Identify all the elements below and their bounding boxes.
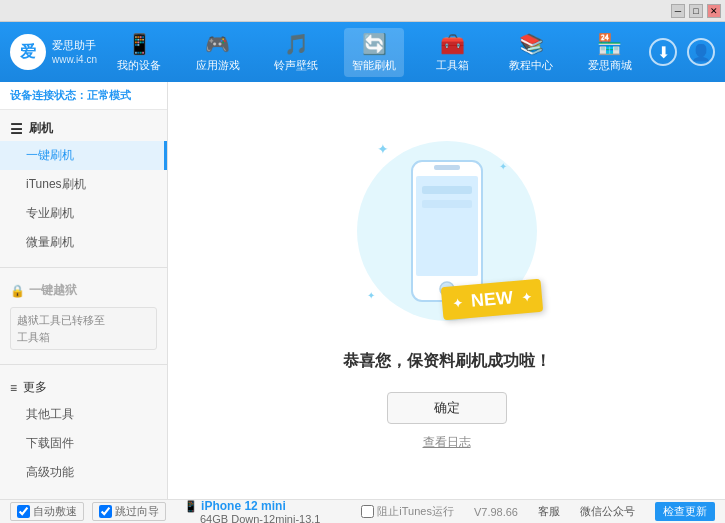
skip-wizard-checkbox[interactable]: 跳过向导: [92, 502, 166, 521]
apps-games-icon: 🎮: [205, 32, 230, 56]
sidebar-more-section: ≡ 更多 其他工具 下载固件 高级功能: [0, 369, 167, 493]
toolbox-icon: 🧰: [440, 32, 465, 56]
sidebar-divider-1: [0, 267, 167, 268]
check-update-button[interactable]: 检查更新: [655, 502, 715, 521]
content-area: ✦ ✦ ✦ NEW 恭喜您，保资料刷机成功啦！ 确定: [168, 82, 725, 499]
user-button[interactable]: 👤: [687, 38, 715, 66]
stop-itunes-checkbox[interactable]: [361, 505, 374, 518]
my-device-icon: 📱: [127, 32, 152, 56]
wechat-link[interactable]: 微信公众号: [580, 504, 635, 519]
sidebar-divider-2: [0, 364, 167, 365]
svg-rect-4: [422, 186, 472, 194]
more-icon: ≡: [10, 381, 17, 395]
nav-right-buttons: ⬇ 👤: [649, 38, 715, 66]
phone-illustration: ✦ ✦ ✦ NEW: [347, 131, 547, 331]
footer-device-info: 📱 iPhone 12 mini 64GB Down-12mini-13,1: [184, 499, 320, 524]
nav-store[interactable]: 🏪 爱思商城: [580, 28, 640, 77]
device-model: Down-12mini-13,1: [231, 513, 320, 524]
sparkle-2: ✦: [499, 161, 507, 172]
sidebar-flash-header: ☰ 刷机: [0, 116, 167, 141]
confirm-button[interactable]: 确定: [387, 392, 507, 424]
svg-rect-2: [434, 165, 460, 170]
skip-wizard-input[interactable]: [99, 505, 112, 518]
my-device-label: 我的设备: [117, 58, 161, 73]
nav-bar: 📱 我的设备 🎮 应用游戏 🎵 铃声壁纸 🔄 智能刷机 🧰 工具箱 📚 教程中心…: [100, 28, 649, 77]
nav-apps-games[interactable]: 🎮 应用游戏: [188, 28, 248, 77]
nav-ringtone[interactable]: 🎵 铃声壁纸: [266, 28, 326, 77]
title-bar: ─ □ ✕: [0, 0, 725, 22]
device-name: iPhone 12 mini: [201, 499, 286, 513]
sidebar-flash-section: ☰ 刷机 一键刷机 iTunes刷机 专业刷机 微量刷机: [0, 110, 167, 263]
view-log-link[interactable]: 查看日志: [423, 434, 471, 451]
sidebar-jailbreak-section: 🔒 一键越狱 越狱工具已转移至工具箱: [0, 272, 167, 360]
auto-flash-input[interactable]: [17, 505, 30, 518]
success-message: 恭喜您，保资料刷机成功啦！: [343, 351, 551, 372]
nav-my-device[interactable]: 📱 我的设备: [109, 28, 169, 77]
version-label: V7.98.66: [474, 506, 518, 518]
footer-right: 阻止iTunes运行 V7.98.66 客服 微信公众号 检查更新: [361, 502, 715, 521]
customer-service-link[interactable]: 客服: [538, 504, 560, 519]
jailbreak-notice: 越狱工具已转移至工具箱: [10, 307, 157, 350]
auto-flash-checkbox[interactable]: 自动敷速: [10, 502, 84, 521]
download-button[interactable]: ⬇: [649, 38, 677, 66]
sparkle-3: ✦: [367, 290, 375, 301]
smart-flash-icon: 🔄: [362, 32, 387, 56]
store-icon: 🏪: [597, 32, 622, 56]
smart-flash-label: 智能刷机: [352, 58, 396, 73]
tutorial-icon: 📚: [519, 32, 544, 56]
ringtone-label: 铃声壁纸: [274, 58, 318, 73]
sidebar-item-advanced[interactable]: 高级功能: [0, 458, 167, 487]
sidebar-item-download-firmware[interactable]: 下载固件: [0, 429, 167, 458]
main-container: 设备连接状态：正常模式 ☰ 刷机 一键刷机 iTunes刷机 专业刷机 微量刷机: [0, 82, 725, 499]
window-controls[interactable]: ─ □ ✕: [671, 4, 721, 18]
header: 爱 爱思助手 www.i4.cn 📱 我的设备 🎮 应用游戏 🎵 铃声壁纸 🔄 …: [0, 22, 725, 82]
close-button[interactable]: ✕: [707, 4, 721, 18]
sidebar: 设备连接状态：正常模式 ☰ 刷机 一键刷机 iTunes刷机 专业刷机 微量刷机: [0, 82, 168, 499]
svg-rect-5: [422, 200, 472, 208]
minimize-button[interactable]: ─: [671, 4, 685, 18]
device-storage: 64GB: [200, 513, 228, 524]
stop-itunes[interactable]: 阻止iTunes运行: [361, 504, 454, 519]
flash-section-icon: ☰: [10, 121, 23, 137]
tutorial-label: 教程中心: [509, 58, 553, 73]
phone-svg: [402, 156, 492, 306]
nav-tutorial[interactable]: 📚 教程中心: [501, 28, 561, 77]
device-status: 设备连接状态：正常模式: [0, 82, 167, 110]
nav-toolbox[interactable]: 🧰 工具箱: [423, 28, 483, 77]
device-icon: 📱: [184, 500, 198, 512]
sidebar-item-one-click-flash[interactable]: 一键刷机: [0, 141, 167, 170]
maximize-button[interactable]: □: [689, 4, 703, 18]
sidebar-more-header: ≡ 更多: [0, 375, 167, 400]
sidebar-item-other-tools[interactable]: 其他工具: [0, 400, 167, 429]
sidebar-item-itunes-flash[interactable]: iTunes刷机: [0, 170, 167, 199]
ringtone-icon: 🎵: [284, 32, 309, 56]
sidebar-item-pro-flash[interactable]: 专业刷机: [0, 199, 167, 228]
store-label: 爱思商城: [588, 58, 632, 73]
sparkle-1: ✦: [377, 141, 389, 157]
toolbox-label: 工具箱: [436, 58, 469, 73]
footer: 自动敷速 跳过向导 📱 iPhone 12 mini 64GB Down-12m…: [0, 499, 725, 523]
sidebar-jailbreak-header: 🔒 一键越狱: [0, 278, 167, 303]
logo-icon: 爱: [10, 34, 46, 70]
nav-smart-flash[interactable]: 🔄 智能刷机: [344, 28, 404, 77]
lock-icon: 🔒: [10, 284, 25, 298]
apps-games-label: 应用游戏: [196, 58, 240, 73]
footer-left: 自动敷速 跳过向导 📱 iPhone 12 mini 64GB Down-12m…: [10, 499, 320, 524]
sidebar-item-micro-flash[interactable]: 微量刷机: [0, 228, 167, 257]
logo: 爱 爱思助手 www.i4.cn: [10, 34, 100, 70]
logo-text: 爱思助手 www.i4.cn: [52, 38, 97, 65]
